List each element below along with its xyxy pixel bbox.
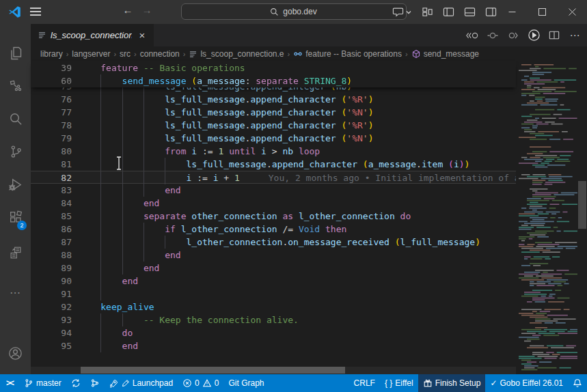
code-line[interactable]: 82i := i + 1You, 2 months ago • Initial … [31,171,516,184]
tab-close-icon[interactable]: × [136,30,148,40]
code-line[interactable]: 78ls_full_message.append_character ('%R'… [31,119,516,132]
navigate-back-icon[interactable]: ← [120,4,136,16]
line-number[interactable]: 80 [31,145,72,158]
code-line[interactable]: 86if l_other_connection /= Void then [31,223,516,236]
breadcrumb-item[interactable]: connection [140,49,180,59]
vertical-scrollbar[interactable] [577,61,587,374]
run-file-icon[interactable] [527,29,541,42]
sidebar-item-source-control[interactable] [0,137,31,166]
code-line[interactable]: 76ls_full_message.append_character ('%R'… [31,93,516,106]
annotations-forward-icon[interactable] [506,29,520,42]
code-line[interactable]: 79ls_full_message.append_character ('%N'… [31,132,516,145]
problems-item[interactable]: 0 0 [178,374,223,392]
copilot-chat-button[interactable] [392,7,412,17]
code-line[interactable]: 92keep_alive [31,300,516,313]
sidebar-item-run-debug[interactable] [0,170,31,199]
toggle-secondary-sidebar-icon[interactable] [485,7,497,17]
line-number[interactable]: 76 [31,93,72,106]
additional-views-button[interactable]: ⋯ [0,278,31,307]
notifications-button[interactable] [568,374,587,392]
code-line[interactable]: 85separate other_connection as l_other_c… [31,210,516,223]
line-number[interactable]: 89 [31,262,72,275]
git-graph-button[interactable]: Git Graph [223,374,269,392]
line-number[interactable]: 86 [31,223,72,236]
line-number[interactable]: 92 [31,300,72,313]
line-number[interactable]: 88 [31,249,72,262]
code-line[interactable]: 80from i := 1 until i > nb loop [31,145,516,158]
launchpad-item[interactable]: Launchpad [105,374,178,392]
navigate-forward-icon[interactable]: → [139,4,155,16]
vertical-scrollbar-slider[interactable] [578,181,586,229]
sidebar-item-diagram-tool[interactable] [0,72,31,100]
line-number[interactable]: 93 [31,313,72,326]
split-editor-icon[interactable] [547,29,561,42]
line-number[interactable]: 95 [31,339,72,352]
line-number[interactable]: 75 [31,87,72,93]
horizontal-scrollbar-slider[interactable] [81,367,345,374]
line-number[interactable]: 79 [31,132,72,145]
breadcrumb-item[interactable]: ls_scoop_connection.e [189,49,284,59]
menu-hamburger-icon[interactable] [30,8,41,16]
code-line[interactable]: 81ls_full_message.append_character (a_me… [31,158,516,171]
command-center-search[interactable]: gobo.dev [181,3,407,20]
blame-annotation-icon[interactable] [486,29,500,42]
window-minimize-button[interactable] [497,0,527,24]
code-line[interactable]: 90end [31,275,516,288]
line-number[interactable]: 90 [31,275,72,288]
git-branch-item[interactable]: master [19,374,66,392]
breadcrumb-item[interactable]: langserver [72,49,110,59]
line-number[interactable]: 81 [31,158,72,171]
line-number[interactable]: 60 [31,74,72,87]
code-line[interactable]: 94do [31,326,516,339]
eol-selector[interactable]: CRLF [349,374,380,392]
finish-setup-item[interactable]: Finish Setup [418,374,486,392]
line-number[interactable]: 78 [31,119,72,132]
line-number[interactable]: 84 [31,197,72,210]
sticky-line[interactable]: 60send_message (a_message: separate STRI… [31,74,516,87]
breadcrumb-item[interactable]: library [40,49,63,59]
breadcrumb-item[interactable]: feature -- Basic operations [293,49,402,59]
annotations-back-icon[interactable] [465,29,479,42]
toggle-panel-icon[interactable] [464,7,476,17]
sync-changes-button[interactable] [66,374,85,392]
editor-pane[interactable]: 73end74nb := a_message.count75ls_full_me… [31,61,587,374]
line-number[interactable]: 85 [31,210,72,223]
sticky-line[interactable]: 39feature -- Basic operations [31,61,516,74]
remote-indicator[interactable]: >< [0,374,19,392]
compiler-status-item[interactable]: ✓ Gobo Eiffel 26.01 [485,374,568,392]
code-line[interactable]: 89end [31,262,516,275]
tab-ls-scoop-connection[interactable]: ls_scoop_connection.e × [31,24,154,46]
code-line[interactable]: 87l_other_connection.on_message_received… [31,236,516,249]
code-line[interactable]: 84end [31,197,516,210]
line-number[interactable]: 83 [31,184,72,197]
line-number[interactable]: 87 [31,236,72,249]
language-selector[interactable]: { } Eiffel [380,374,418,392]
line-number[interactable]: 39 [31,61,72,74]
customize-layout-icon[interactable] [422,7,433,17]
sidebar-item-documents[interactable] [0,238,31,267]
window-maximize-button[interactable] [527,0,557,24]
sidebar-item-extensions[interactable]: 2 [0,203,31,232]
code-line[interactable]: 77ls_full_message.append_character ('%N'… [31,106,516,119]
accounts-button[interactable] [0,339,31,367]
line-number[interactable]: 82 [31,171,72,184]
code-line[interactable]: 91 [31,288,516,300]
line-number[interactable]: 91 [31,288,72,300]
breadcrumb-item[interactable]: src [120,49,131,59]
code-line[interactable]: 83end [31,184,516,197]
window-close-button[interactable] [557,0,587,24]
code-line[interactable]: 93-- Keep the connection alive. [31,313,516,326]
sidebar-item-search[interactable] [0,104,31,133]
sidebar-item-explorer[interactable] [0,39,31,68]
commit-graph-button[interactable] [85,374,105,392]
toggle-sidebar-icon[interactable] [443,7,454,17]
line-number[interactable]: 77 [31,106,72,119]
code-line[interactable]: 75ls_full_message.append_integer (nb) [31,87,516,93]
code-line[interactable]: 88end [31,249,516,262]
code-line[interactable]: 95end [31,339,516,352]
eol-label: CRLF [354,378,375,388]
line-number[interactable]: 94 [31,326,72,339]
minimap[interactable] [516,61,577,374]
breadcrumb-item[interactable]: send_message [411,49,479,59]
more-actions-icon[interactable]: ⋯ [568,29,582,42]
